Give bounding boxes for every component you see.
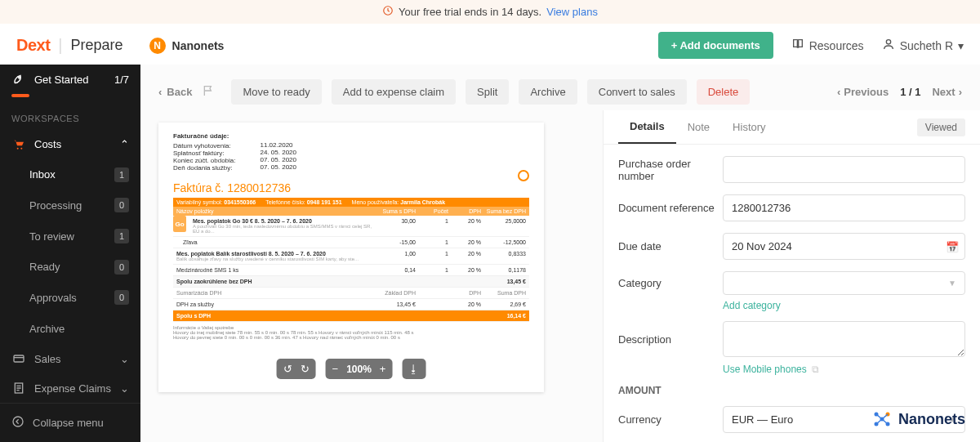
logo-prepare: Prepare (71, 37, 123, 54)
receipt-icon (11, 382, 26, 395)
svg-line-15 (876, 419, 882, 424)
viewed-chip: Viewed (917, 118, 965, 136)
delete-button[interactable]: Delete (697, 79, 751, 105)
tab-history[interactable]: History (721, 111, 777, 143)
rotate-left-icon[interactable]: ↺ (283, 363, 292, 375)
nanonets-label: Nanonets (898, 411, 965, 428)
description-label: Description (618, 333, 723, 346)
nanonets-watermark: Nanonets (872, 409, 965, 429)
go-badge: Go (173, 216, 186, 232)
chevron-down-icon: ⌄ (120, 353, 129, 365)
get-started-count: 1/7 (114, 74, 129, 86)
logo-dext: Dext (16, 36, 50, 55)
docref-input[interactable] (723, 194, 965, 221)
resources-link[interactable]: Resources (791, 38, 864, 53)
doc-header-title: Fakturačné údaje: (173, 132, 236, 140)
sidebar: Get Started 1/7 WORKSPACES Costs ⌃ Inbox… (0, 65, 140, 442)
sidebar-item-archive[interactable]: Archive (0, 313, 140, 344)
duedate-input[interactable] (723, 233, 965, 260)
sidebar-expense-claims[interactable]: Expense Claims ⌄ (0, 373, 140, 403)
sidebar-item-inbox[interactable]: Inbox1 (0, 159, 140, 190)
chevron-down-icon: ⌄ (120, 382, 129, 395)
description-textarea[interactable] (723, 321, 965, 357)
svg-point-2 (19, 77, 20, 78)
sidebar-item-processing[interactable]: Processing0 (0, 190, 140, 221)
svg-point-3 (17, 148, 19, 150)
tab-note[interactable]: Note (676, 111, 721, 143)
zoom-out-button[interactable]: − (332, 363, 339, 375)
category-select[interactable]: ▼ (723, 271, 965, 295)
table-row: Mes. poplatok Go 30 € 8. 5. 2020 – 7. 6.… (173, 216, 529, 237)
collapse-label: Collapse menu (33, 417, 104, 429)
nanonets-logo-icon (872, 409, 892, 429)
download-icon[interactable]: ⭳ (408, 363, 419, 375)
add-to-expense-button[interactable]: Add to expense claim (332, 79, 456, 105)
table-row: Sumarizácia DPHZáklad DPHDPHSuma DPH (173, 288, 529, 299)
link-icon: ⧉ (812, 364, 819, 375)
details-panel: Details Note History Viewed Purchase ord… (603, 110, 980, 442)
zoom-in-button[interactable]: + (380, 363, 386, 375)
cart-icon (11, 138, 26, 151)
collapse-icon (11, 415, 24, 431)
back-button[interactable]: ‹ Back (158, 86, 192, 98)
add-category-link[interactable]: Add category (723, 300, 965, 311)
chevron-left-icon: ‹ (158, 86, 162, 98)
zoom-level: 100% (346, 364, 372, 375)
collapse-menu[interactable]: Collapse menu (0, 403, 140, 442)
org-selector[interactable]: N Nanonets (149, 38, 225, 54)
currency-label: Currency (618, 413, 723, 426)
convert-to-sales-button[interactable]: Convert to sales (587, 79, 687, 105)
details-tabs: Details Note History Viewed (604, 110, 980, 145)
calendar-icon[interactable]: 📅 (946, 240, 959, 252)
po-input[interactable] (723, 156, 965, 183)
flag-icon[interactable] (202, 84, 215, 100)
invoice-table-header: Názov položky Suma s DPH Počet DPH Suma … (173, 207, 529, 216)
chevron-right-icon: › (959, 86, 962, 98)
top-header: Dext | Prepare N Nanonets + Add document… (0, 24, 980, 68)
archive-button[interactable]: Archive (519, 79, 577, 105)
rocket-icon (11, 73, 26, 86)
add-documents-button[interactable]: + Add documents (658, 32, 773, 59)
sidebar-sales[interactable]: Sales ⌄ (0, 344, 140, 373)
rotate-right-icon[interactable]: ↻ (301, 363, 310, 375)
sidebar-item-ready[interactable]: Ready0 (0, 252, 140, 283)
table-row: Zľava-15,00120 %-12,5000 (173, 237, 529, 248)
chevron-up-icon: ⌃ (120, 138, 129, 150)
logo-separator: | (58, 36, 62, 55)
expense-claims-label: Expense Claims (34, 382, 111, 395)
caret-down-icon: ▼ (948, 279, 956, 288)
svg-point-7 (13, 417, 23, 426)
svg-point-1 (886, 40, 890, 44)
phone-icon (518, 170, 529, 181)
invoice-footer: Informácie o Vašej spotrebe Hovory do in… (173, 325, 529, 340)
invoice-title: Faktúra č. 1280012736 (173, 181, 529, 194)
sidebar-costs[interactable]: Costs ⌃ (0, 130, 140, 159)
sidebar-item-approvals[interactable]: Approvals0 (0, 283, 140, 314)
move-to-ready-button[interactable]: Move to ready (231, 79, 321, 105)
invoice-image[interactable]: Fakturačné údaje: Dátum vyhotovenia: Spl… (158, 123, 544, 392)
svg-point-4 (20, 148, 22, 150)
user-menu[interactable]: Sucheth R ▾ (882, 38, 964, 53)
sidebar-get-started[interactable]: Get Started 1/7 (0, 65, 140, 94)
invoice-info-bar: Variabilný symbol: 0341550366 Telefónne … (173, 198, 529, 207)
next-button[interactable]: Next› (932, 86, 962, 98)
page-counter: 1 / 1 (900, 86, 920, 98)
svg-line-13 (876, 414, 882, 419)
user-name: Sucheth R (900, 39, 953, 52)
trial-message: Your free trial ends in 14 days. (399, 6, 541, 18)
document-viewer: Fakturačné údaje: Dátum vyhotovenia: Spl… (140, 110, 603, 442)
resources-label: Resources (809, 39, 864, 52)
main-area: Fakturačné údaje: Dátum vyhotovenia: Spl… (140, 110, 980, 442)
logo[interactable]: Dext | Prepare (16, 36, 123, 55)
org-name: Nanonets (172, 39, 225, 52)
amount-section-title: AMOUNT (618, 385, 965, 396)
caret-down-icon: ▾ (958, 39, 964, 52)
previous-button[interactable]: ‹Previous (837, 86, 889, 98)
duedate-label: Due date (618, 240, 723, 252)
table-row: Spolu s DPH16,14 € (173, 310, 529, 322)
sidebar-item-to-review[interactable]: To review1 (0, 221, 140, 252)
split-button[interactable]: Split (466, 79, 509, 105)
tab-details[interactable]: Details (618, 110, 676, 144)
use-mobile-link[interactable]: Use Mobile phones ⧉ (723, 364, 965, 375)
view-plans-link[interactable]: View plans (546, 6, 598, 18)
